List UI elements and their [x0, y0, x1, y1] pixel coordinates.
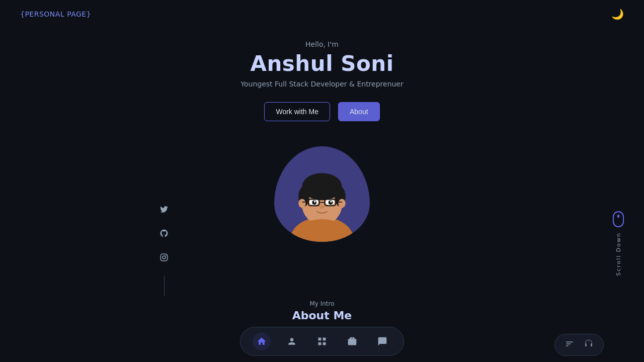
github-icon[interactable] [156, 225, 172, 241]
chat-nav-icon[interactable] [373, 332, 391, 350]
svg-point-8 [338, 199, 345, 208]
tagline: Youngest Full Stack Developer & Entrepre… [240, 80, 404, 88]
scroll-mouse-icon [613, 211, 624, 227]
bottom-nav [240, 327, 404, 356]
user-nav-icon[interactable] [283, 332, 301, 350]
name-heading: Anshul Soni [250, 51, 393, 76]
headphone-bottom-icon[interactable] [584, 339, 593, 350]
scroll-mouse-dot [617, 215, 619, 218]
social-sidebar [156, 201, 172, 296]
hello-text: Hello, I'm [305, 40, 339, 48]
about-button[interactable]: About [338, 102, 380, 121]
about-me-heading: About Me [292, 309, 352, 322]
briefcase-nav-icon[interactable] [343, 332, 361, 350]
svg-point-7 [298, 199, 305, 208]
home-nav-icon[interactable] [253, 332, 271, 350]
work-with-me-button[interactable]: Work with Me [264, 102, 330, 121]
bottom-right-icons [554, 334, 604, 356]
scroll-down: Scroll Down [613, 211, 624, 276]
svg-point-13 [314, 201, 316, 203]
settings-bottom-icon[interactable] [565, 339, 574, 350]
my-intro-label: My Intro [309, 300, 334, 307]
social-divider-line [164, 276, 165, 296]
dark-mode-toggle[interactable]: 🌙 [611, 8, 624, 20]
profile-avatar-svg [277, 151, 367, 242]
instagram-icon[interactable] [156, 249, 172, 265]
svg-point-20 [320, 205, 325, 209]
hero-buttons: Work with Me About [264, 102, 379, 121]
hero-section: Hello, I'm Anshul Soni Youngest Full Sta… [0, 30, 644, 242]
profile-image [274, 146, 370, 242]
twitter-icon[interactable] [156, 201, 172, 217]
scroll-down-text: Scroll Down [615, 232, 622, 276]
navbar: {PERSONAL PAGE} 🌙 [0, 0, 644, 28]
svg-point-14 [330, 201, 332, 203]
grid-nav-icon[interactable] [313, 332, 331, 350]
nav-logo: {PERSONAL PAGE} [20, 10, 91, 18]
